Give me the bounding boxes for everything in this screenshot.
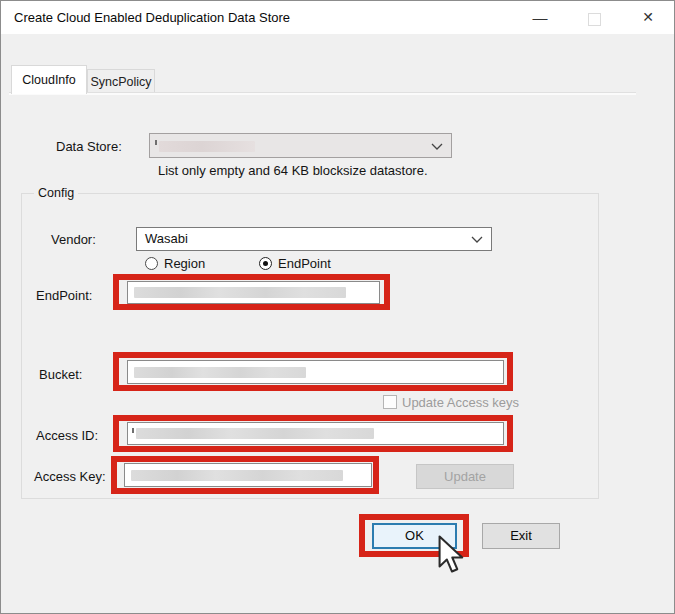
tab-panel-divider: [9, 92, 636, 95]
tab-cloudinfo[interactable]: CloudInfo: [11, 65, 87, 94]
page-title: Create Cloud Enabled Deduplication Data …: [14, 1, 290, 34]
access-id-input[interactable]: [127, 422, 504, 445]
exit-button[interactable]: Exit: [482, 523, 560, 549]
redacted-access-id-value: [136, 428, 374, 439]
config-group-label: Config: [34, 186, 78, 200]
region-radio-label: Region: [164, 256, 205, 271]
redacted-datastore-value: [159, 141, 255, 152]
access-key-input[interactable]: [124, 463, 372, 487]
region-radio[interactable]: [145, 257, 158, 270]
redacted-endpoint-value: [134, 287, 346, 298]
vendor-label: Vendor:: [51, 232, 96, 247]
redacted-text-mark: [155, 140, 157, 145]
chevron-down-icon: [471, 236, 483, 244]
maximize-icon: [588, 13, 601, 26]
datastore-helper-text: List only empty and 64 KB blocksize data…: [158, 163, 428, 178]
endpoint-input[interactable]: [127, 281, 380, 304]
title-bar: Create Cloud Enabled Deduplication Data …: [1, 1, 674, 34]
update-access-keys-checkbox[interactable]: [383, 395, 397, 409]
update-access-keys-label: Update Access keys: [402, 395, 519, 410]
update-button[interactable]: Update: [416, 464, 514, 489]
close-button[interactable]: ✕: [631, 1, 665, 34]
tab-syncpolicy[interactable]: SyncPolicy: [87, 69, 155, 94]
redacted-text-mark: [132, 428, 134, 433]
bucket-label: Bucket:: [39, 367, 82, 382]
access-key-label: Access Key:: [34, 469, 106, 484]
mouse-cursor-icon: [437, 535, 467, 573]
endpoint-label: EndPoint:: [36, 288, 92, 303]
bucket-input[interactable]: [127, 360, 504, 384]
chevron-down-icon: [431, 143, 443, 151]
minimize-button[interactable]: —: [523, 1, 557, 34]
endpoint-radio-label: EndPoint: [278, 256, 331, 271]
datastore-select[interactable]: [149, 133, 452, 158]
redacted-bucket-value: [134, 367, 306, 378]
vendor-selected-value: Wasabi: [145, 228, 188, 250]
redacted-access-key-value: [131, 470, 343, 481]
create-dedup-datastore-dialog: Create Cloud Enabled Deduplication Data …: [0, 0, 675, 614]
radio-selected-dot: [263, 261, 268, 266]
vendor-select[interactable]: Wasabi: [136, 227, 492, 251]
access-id-label: Access ID:: [36, 428, 98, 443]
datastore-label: Data Store:: [56, 139, 122, 154]
endpoint-radio[interactable]: [259, 257, 272, 270]
maximize-button[interactable]: [577, 1, 611, 34]
